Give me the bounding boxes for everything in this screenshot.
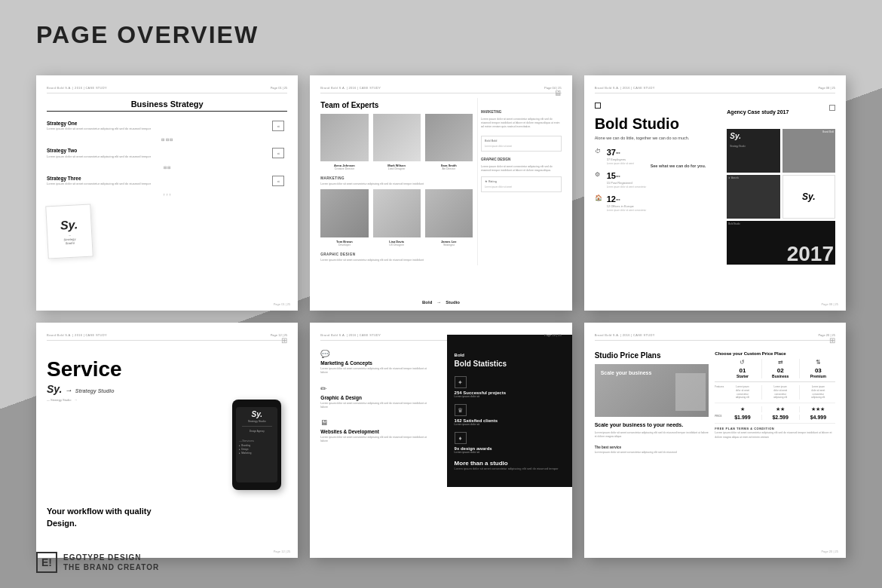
stat-item-2: ♛ 162 Satisfied clients Lorem ipsum dolo… [455, 404, 565, 426]
stat-row-3: 🏠 12*** 12 Offices in EuropeLorem ipsum … [595, 194, 721, 212]
top-icon-4: ⊞ [281, 336, 287, 345]
marketing-icon: 💬 [320, 350, 431, 358]
page2-footer: Bold → Studio [422, 300, 460, 305]
team-member-6: James Lee Strategist [425, 189, 473, 246]
price-title: Studio Price Plans [595, 351, 709, 360]
page5-left: 💬 Marketing & Concepts Lorem ipsum dolor… [320, 350, 436, 453]
logo-area: E! EGOTYPE DESIGN THE BRAND CREATOR [36, 552, 159, 573]
logo-icon: E! [36, 552, 57, 573]
stat-item-3: ♦ 9x design awards Lorem ipsum dolor sit [455, 432, 565, 454]
strategy-item-3: Strategy Three Lorem ipsum dolor sit ame… [47, 176, 287, 186]
home-icon: 🏠 [595, 194, 604, 201]
strategy-item-1: Strategy One Lorem ipsum dolor sit amet … [47, 121, 287, 131]
plan-business: ⇄ 02 Business [764, 359, 798, 378]
team-member-1: Anna Johnson Creative Director [320, 114, 368, 170]
page-thumb-5: Brand Bold S.A. | 2016 | CASE STUDY Page… [310, 323, 571, 558]
team-row-2: Tom Brown Developer Lisa Davis UX Design… [320, 189, 473, 246]
thumb-header-3: Brand Bold S.A. | 2016 | CASE STUDY Page… [595, 86, 835, 93]
team-row-1: Anna Johnson Creative Director Mark Wils… [320, 114, 473, 170]
photo-4: Sy. [782, 175, 835, 219]
custom-title: Choose your Custom Price Place [715, 351, 835, 356]
page5-right: Bold Bold Statistics ✦ 254 Successful pr… [447, 335, 572, 487]
web-icon: 🖥 [320, 418, 431, 427]
sy-logo: Sy. → Strategy Studio [47, 383, 287, 395]
stats-title: Bold Bold Statistics [455, 353, 565, 369]
page6-content: Studio Price Plans Scale your business S… [595, 345, 835, 454]
team-member-2: Mark Wilson Lead Designer [373, 114, 421, 170]
page-thumb-1: Brand Bold S.A. | 2016 | CASE STUDY Page… [36, 75, 298, 311]
logo-text: EGOTYPE DESIGN THE BRAND CREATOR [63, 553, 159, 572]
stat-item-1: ✦ 254 Successful projects Lorem ipsum do… [455, 376, 565, 398]
clock-icon: ⏱ [595, 148, 604, 155]
phone-screen: Sy. Strategy Studio Design Agency —Servi… [236, 407, 277, 482]
strategy-icon-1: « [272, 121, 284, 131]
service-item-2: ✏ Graphic & Design Lorem ipsum dolor sit… [320, 384, 431, 410]
page-thumb-3: Brand Bold S.A. | 2016 | CASE STUDY Page… [584, 75, 846, 311]
photo-5: Bold Studio 2017 [727, 221, 835, 265]
page3-left: Bold Studio Alone we can do little, toge… [595, 98, 727, 218]
page-thumb-4: Brand Bold S.A. | 2016 | CASE STUDY Page… [36, 323, 298, 558]
page1-title: Business Strategy [47, 100, 287, 112]
monitor-icon: 🖥 [554, 89, 562, 97]
gear-icon: ⚙ [595, 171, 604, 178]
team-member-4: Tom Brown Developer [320, 189, 368, 246]
page3-right: Agency Case study 2017 Sy. Strategy Stud… [727, 98, 835, 265]
photo-grid: Sy. Strategy Studio Brand Bold ★ Awards … [727, 129, 835, 265]
phone-mockup: Sy. Strategy Studio Design Agency —Servi… [232, 400, 281, 490]
pages-grid: Brand Bold S.A. | 2016 | CASE STUDY Page… [36, 75, 846, 558]
design-icon: ✏ [320, 384, 431, 393]
price-photo: Scale your business [595, 364, 709, 417]
photo-1: Sy. Strategy Studio [727, 129, 779, 173]
thumb-header-1: Brand Bold S.A. | 2016 | CASE STUDY Page… [47, 86, 287, 93]
service-item-1: 💬 Marketing & Concepts Lorem ipsum dolor… [320, 350, 431, 375]
service-title: Service [47, 359, 287, 380]
stat-row-1: ⏱ 37*** 37 EmployeesLorem ipsum dolor si… [595, 148, 721, 165]
photo-3: ★ Awards [727, 175, 779, 219]
page3-content: Bold Studio Alone we can do little, toge… [595, 98, 835, 265]
service-item-3: 🖥 Websites & Development Lorem ipsum dol… [320, 418, 431, 444]
plan-starter: ↺ 01 Starter [725, 359, 759, 378]
thumb-header-2: Brand Bold S.A. | 2016 | CASE STUDY Page… [320, 86, 561, 93]
thumb-header-4: Brand Bold S.A. | 2016 | CASE STUDY Page… [47, 333, 287, 341]
strategy-icon-3: « [272, 176, 284, 186]
top-icon-6: ⊞ [829, 336, 835, 345]
photo-2: Brand Bold [782, 129, 835, 173]
strategy-item-2: Strategy Two Lorem ipsum dolor sit amet … [47, 148, 287, 158]
page6-right: Choose your Custom Price Place ↺ 01 Star… [715, 345, 835, 439]
page6-left: Studio Price Plans Scale your business S… [595, 345, 715, 454]
thumb-header-6: Brand Bold S.A. | 2016 | CASE STUDY Page… [595, 333, 835, 341]
plans-row: ↺ 01 Starter ⇄ 02 Business ⇅ 03 Premiu [715, 359, 835, 382]
scale-text: Scale your business to your needs. [595, 421, 709, 428]
stat-item-4: More than a studio Lorem ipsum dolor sit… [455, 460, 565, 470]
page2-title: Team of Experts [320, 101, 473, 109]
page-title: PAGE OVERVIEW [36, 21, 259, 49]
strategy-icon-2: « [272, 148, 284, 158]
team-member-3: Sara Smith Art Director [425, 114, 473, 170]
bottom-text: Your workflow with quality Design. [47, 506, 179, 529]
page5-content: 💬 Marketing & Concepts Lorem ipsum dolor… [320, 345, 561, 487]
scale-desc: Lorem ipsum dolor sit amet consectetur a… [595, 431, 709, 439]
team-member-5: Lisa Davis UX Designer [373, 189, 421, 246]
page-thumb-6: Brand Bold S.A. | 2016 | CASE STUDY Page… [584, 323, 846, 558]
page-thumb-2: Brand Bold S.A. | 2016 | CASE STUDY Page… [310, 75, 571, 311]
plan-premium: ⇅ 03 Premium [801, 359, 835, 378]
stat-row-2: ⚙ 15*** 15 Post RegisteredLorem ipsum do… [595, 171, 721, 188]
sy-decorative-block: Sy. → StrategyStudio [45, 204, 93, 259]
